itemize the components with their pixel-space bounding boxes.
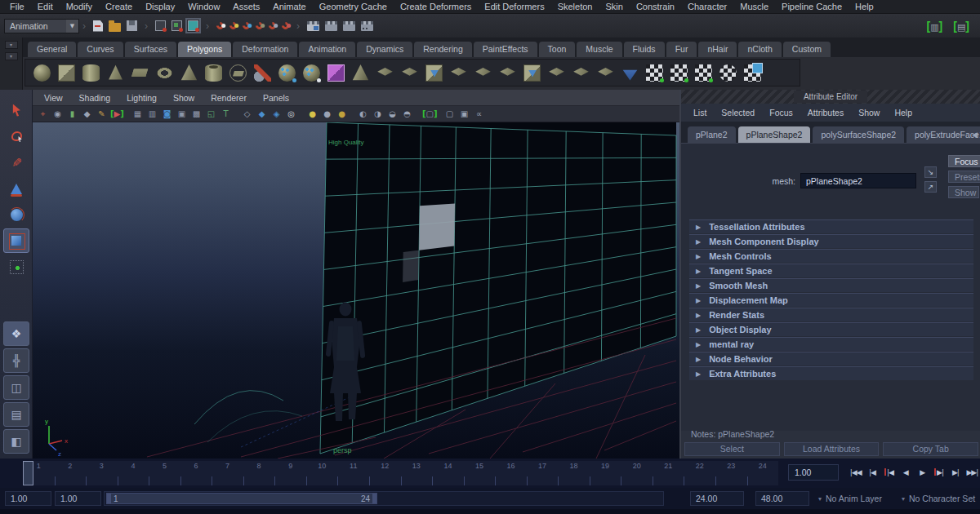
- lighting-all-icon[interactable]: ●: [306, 107, 318, 122]
- chevron-right-icon[interactable]: ▶: [696, 341, 701, 348]
- scale-tool[interactable]: [3, 228, 29, 253]
- chevron-right-icon[interactable]: ▶: [696, 224, 701, 231]
- menu-item[interactable]: Geometry Cache: [313, 0, 394, 14]
- select-object-icon[interactable]: [172, 20, 182, 31]
- multisample-icon[interactable]: ◓: [401, 107, 413, 122]
- shelf-tab[interactable]: Curves: [78, 42, 122, 57]
- frame-cell[interactable]: 21: [653, 461, 684, 485]
- shelf-tab[interactable]: Toon: [539, 42, 576, 57]
- frame-cell[interactable]: 9: [274, 461, 306, 485]
- shelf-menu-icon[interactable]: ▾: [5, 41, 18, 49]
- chevron-right-icon[interactable]: ▶: [696, 312, 701, 319]
- last-tool-history[interactable]: [3, 255, 29, 279]
- menu-item[interactable]: Create: [99, 0, 139, 14]
- layout-menu[interactable]: ▤: [3, 402, 29, 427]
- step-back-frame-button[interactable]: |◀: [864, 463, 880, 481]
- menu-item[interactable]: Focus: [762, 104, 800, 122]
- layout-four-view[interactable]: ╬: [3, 348, 29, 373]
- snap-to-view-plane-icon[interactable]: [267, 20, 278, 31]
- chevron-right-icon[interactable]: ▶: [696, 268, 701, 275]
- chevron-right-icon[interactable]: ▶: [696, 282, 701, 290]
- attribute-section-header[interactable]: ▶ Object Display: [689, 322, 973, 336]
- select-camera-icon[interactable]: ⌖: [37, 107, 49, 122]
- gate-mask-icon[interactable]: ▣: [176, 107, 188, 122]
- render-view-icon[interactable]: [307, 21, 319, 31]
- focus-button[interactable]: Focus: [948, 155, 980, 167]
- node-tab[interactable]: polySurfaceShape2: [813, 126, 904, 143]
- grid-toggle-icon[interactable]: ▦: [131, 107, 144, 122]
- anim-layer-selector[interactable]: ▾ No Anim Layer: [818, 491, 882, 506]
- frame-cell[interactable]: 19: [590, 461, 621, 485]
- chevron-down-icon[interactable]: ▼: [66, 20, 78, 33]
- play-forwards-button[interactable]: ▶: [915, 463, 930, 481]
- step-forward-key-button[interactable]: ▶|: [931, 463, 947, 481]
- poly-platonic-icon[interactable]: [228, 63, 248, 83]
- subdiv-proxy-icon[interactable]: [326, 63, 346, 83]
- boolean-intersect-icon[interactable]: [522, 63, 542, 83]
- menu-item[interactable]: Modify: [60, 0, 99, 14]
- occlusion-icon[interactable]: ◒: [386, 107, 399, 122]
- frame-cell[interactable]: 4: [118, 461, 149, 485]
- chevron-right-icon[interactable]: ▶: [696, 370, 701, 378]
- render-current-frame-icon[interactable]: [325, 21, 337, 31]
- show-output-connections-icon[interactable]: ↗: [924, 181, 937, 193]
- shelf-tab[interactable]: Custom: [783, 42, 831, 57]
- frame-cell[interactable]: 11: [337, 461, 369, 485]
- uv-cylindrical-mapping-icon[interactable]: [669, 63, 689, 83]
- layout-hypershade-persp[interactable]: ◧: [3, 429, 29, 454]
- safe-title-icon[interactable]: T: [220, 107, 232, 122]
- shelf-tab[interactable]: Animation: [299, 42, 355, 57]
- frame-cell[interactable]: 6: [180, 461, 212, 485]
- shelf-tab[interactable]: Surfaces: [125, 42, 176, 57]
- footer-button[interactable]: Select: [684, 442, 780, 456]
- safe-action-icon[interactable]: ◱: [205, 107, 217, 122]
- extract-icon[interactable]: [424, 63, 444, 83]
- attribute-editor-titlebar[interactable]: Attribute Editor: [681, 90, 980, 104]
- panel-menu-item[interactable]: Renderer: [203, 90, 255, 106]
- panel-menu-item[interactable]: Show: [165, 90, 203, 106]
- menu-item[interactable]: Display: [139, 0, 181, 14]
- layout-persp-outliner[interactable]: ◫: [3, 375, 29, 400]
- shelf-tab[interactable]: PaintEffects: [474, 42, 537, 57]
- smooth-mesh-icon[interactable]: [277, 63, 297, 83]
- new-scene-icon[interactable]: [93, 20, 103, 32]
- combine-icon[interactable]: [375, 63, 395, 83]
- poly-pipe-icon[interactable]: [203, 63, 224, 83]
- field-chart-icon[interactable]: ▩: [190, 107, 203, 122]
- menu-item[interactable]: List: [686, 104, 714, 122]
- frame-cell[interactable]: 24: [747, 461, 779, 485]
- frame-cell[interactable]: 5: [149, 461, 180, 485]
- frame-cell[interactable]: 8: [243, 461, 275, 485]
- frame-cell[interactable]: 14: [432, 461, 464, 485]
- step-back-key-button[interactable]: |◀: [881, 463, 897, 481]
- range-slider-bar[interactable]: 1 24: [106, 493, 377, 504]
- poly-cylinder-icon[interactable]: [81, 63, 101, 83]
- menu-item[interactable]: Skin: [599, 0, 629, 14]
- footer-button[interactable]: Copy Tab: [883, 442, 978, 456]
- frame-cell[interactable]: 12: [369, 461, 401, 485]
- select-hierarchy-icon[interactable]: [155, 20, 166, 31]
- attribute-section-header[interactable]: ▶ Displacement Map: [689, 293, 973, 307]
- shelf-tab[interactable]: nCloth: [738, 42, 781, 57]
- open-scene-icon[interactable]: [109, 23, 121, 32]
- attribute-section-header[interactable]: ▶ Tangent Space: [689, 264, 973, 277]
- attribute-section-header[interactable]: ▶ Render Stats: [689, 308, 973, 321]
- shelf-tab[interactable]: Fluids: [624, 42, 665, 57]
- shelf-tab[interactable]: Dynamics: [357, 42, 412, 57]
- group-divider[interactable]: ›: [82, 20, 86, 32]
- snap-to-surface-icon[interactable]: [254, 20, 265, 31]
- play-backwards-button[interactable]: ◀: [898, 463, 913, 481]
- attribute-section-header[interactable]: ▶ Extra Attributes: [689, 366, 973, 380]
- xray-joints-icon[interactable]: ◑: [372, 107, 384, 122]
- frame-cell[interactable]: 2: [55, 461, 87, 485]
- group-divider[interactable]: ›: [296, 20, 300, 32]
- frame-cell[interactable]: 22: [684, 461, 715, 485]
- snap-to-grid-icon[interactable]: [215, 20, 225, 31]
- boolean-difference-icon[interactable]: [497, 63, 518, 83]
- uv-automatic-mapping-icon[interactable]: [718, 63, 738, 83]
- attribute-section-header[interactable]: ▶ mental ray: [689, 337, 973, 351]
- shelf-tab[interactable]: Fur: [666, 42, 697, 57]
- tab-scroll-left-icon[interactable]: ◀: [972, 131, 978, 139]
- playback-end-field[interactable]: 24.00: [690, 491, 744, 506]
- film-gate-icon[interactable]: ▥: [146, 107, 158, 122]
